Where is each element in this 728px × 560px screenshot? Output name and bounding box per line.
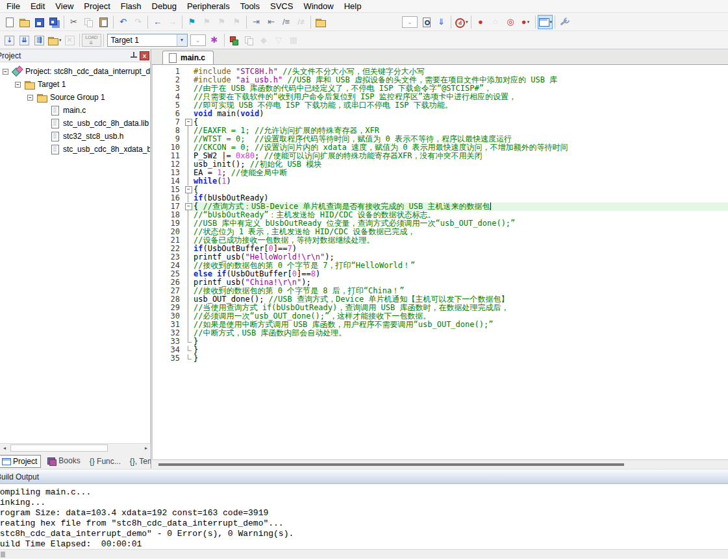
panel-tab-temp[interactable]: {}, Temp...: [126, 455, 151, 468]
fold-marker[interactable]: [184, 329, 192, 337]
code-text[interactable]: //中断方式，USB 库函数内部会自动处理。: [192, 329, 728, 337]
fold-marker[interactable]: [184, 346, 192, 354]
fold-marker[interactable]: [184, 211, 192, 219]
code-text[interactable]: }: [192, 354, 728, 363]
fold-marker[interactable]: [184, 321, 192, 329]
menu-svcs[interactable]: SVCS: [265, 0, 298, 12]
rebuild-all-button[interactable]: ⇶: [32, 33, 47, 47]
fold-marker[interactable]: [184, 236, 192, 245]
save-button[interactable]: [32, 15, 47, 29]
build-output-scrollbar[interactable]: [0, 549, 728, 559]
options-for-target-button[interactable]: ✱: [207, 33, 222, 47]
menu-peripherals[interactable]: Peripherals: [182, 0, 235, 12]
build-button[interactable]: ⇊: [17, 33, 32, 47]
fold-marker[interactable]: [184, 278, 192, 287]
code-line-13[interactable]: 13EA = 1; //使能全局中断: [153, 169, 728, 177]
scroll-right-icon[interactable]: ▸: [142, 444, 151, 452]
fold-marker[interactable]: [184, 228, 192, 236]
target-mini-combo[interactable]: ⌄: [190, 34, 206, 46]
fold-marker[interactable]: [184, 127, 192, 135]
fold-marker[interactable]: [184, 177, 192, 186]
panel-tab-books[interactable]: Books: [42, 454, 84, 468]
menu-flash[interactable]: Flash: [116, 0, 147, 12]
code-line-33[interactable]: 33}: [153, 337, 728, 346]
code-line-35[interactable]: 35}: [153, 354, 728, 363]
tree-expander[interactable]: −: [3, 69, 8, 75]
new-file-button[interactable]: [2, 15, 17, 29]
menu-tools[interactable]: Tools: [235, 0, 265, 12]
insert-bookmark-button[interactable]: ⚑: [184, 15, 199, 29]
fold-marker[interactable]: [184, 337, 192, 346]
scroll-left-icon[interactable]: ◂: [0, 444, 9, 452]
code-line-14[interactable]: 14while(1): [153, 177, 728, 186]
fold-marker[interactable]: [184, 152, 192, 160]
fold-marker[interactable]: [184, 354, 192, 363]
tree-item[interactable]: stc_usb_cdc_8h_xdata_bl: [0, 143, 150, 156]
comment-selection-button[interactable]: /≡: [279, 15, 294, 29]
open-file-button[interactable]: [17, 15, 32, 29]
tree-expander[interactable]: −: [15, 82, 21, 88]
code-text[interactable]: }: [192, 346, 728, 354]
fold-marker[interactable]: [184, 245, 192, 253]
code-text[interactable]: }: [192, 337, 728, 346]
code-text[interactable]: //即可实现 USB 不停电 ISP 下载功能，或串口不停电 ISP 下载功能。: [192, 101, 728, 110]
scroll-thumb[interactable]: [158, 463, 624, 466]
fold-marker[interactable]: [184, 287, 192, 295]
code-line-6[interactable]: 6void main(void): [153, 110, 728, 118]
fold-marker[interactable]: [184, 160, 192, 169]
fold-marker[interactable]: [184, 295, 192, 304]
batch-build-button[interactable]: ▾: [47, 33, 62, 47]
code-text[interactable]: {: [192, 186, 728, 194]
tree-item[interactable]: −Project: stc8h_cdc_data_interrupt_de: [0, 65, 150, 78]
pin-icon[interactable]: [129, 51, 138, 60]
panel-tab-project[interactable]: Project: [0, 455, 41, 468]
fold-marker[interactable]: [184, 143, 192, 152]
quick-search-combo[interactable]: ⌄: [402, 16, 418, 28]
fold-marker[interactable]: [184, 186, 192, 194]
chevron-down-icon[interactable]: ▾: [466, 19, 468, 25]
fold-marker[interactable]: [184, 219, 192, 228]
disable-all-breakpoints-button[interactable]: ◎: [503, 15, 518, 29]
fold-marker[interactable]: [184, 202, 192, 211]
cut-button[interactable]: ✂: [66, 15, 81, 29]
kill-all-breakpoints-button[interactable]: ●▾: [518, 15, 533, 29]
code-line-34[interactable]: 34}: [153, 346, 728, 354]
find-in-files-button[interactable]: [419, 15, 434, 29]
save-all-button[interactable]: [47, 15, 62, 29]
fold-marker[interactable]: [184, 118, 192, 127]
tree-item[interactable]: stc_usb_cdc_8h_data.lib: [0, 117, 150, 130]
tree-item[interactable]: −Target 1: [0, 78, 150, 91]
fold-marker[interactable]: [184, 135, 192, 143]
panel-tab-func[interactable]: {} Func...: [86, 455, 125, 468]
code-editor[interactable]: 1#include "STC8H.h" //头文件不分大小写，但关键字分大小写2…: [152, 65, 728, 459]
code-text[interactable]: void main(void): [192, 110, 728, 118]
menu-help[interactable]: Help: [339, 0, 367, 12]
fold-marker[interactable]: [184, 304, 192, 312]
toggle-breakpoint-button[interactable]: ●: [473, 15, 488, 29]
outdent-button[interactable]: ⇤: [264, 15, 279, 29]
project-horizontal-scrollbar[interactable]: ◂ ▸: [0, 443, 151, 452]
translate-button[interactable]: ⇣: [2, 33, 17, 47]
configuration-wrench-button[interactable]: [557, 15, 572, 29]
menu-debug[interactable]: Debug: [147, 0, 182, 12]
chevron-down-icon[interactable]: ▾: [59, 38, 62, 43]
undo-button[interactable]: ↶: [116, 15, 131, 29]
chevron-down-icon[interactable]: ▾: [177, 34, 187, 46]
menu-file[interactable]: File: [1, 0, 25, 12]
load-button[interactable]: LOAD⇊: [82, 34, 101, 47]
window-layout-button[interactable]: ▾: [538, 15, 553, 29]
code-line-32[interactable]: 32//中断方式，USB 库函数内部会自动处理。: [153, 329, 728, 337]
menu-edit[interactable]: Edit: [25, 0, 50, 12]
fold-marker[interactable]: [184, 270, 192, 278]
tree-item[interactable]: −Source Group 1: [0, 91, 150, 104]
download-button[interactable]: ⇓: [434, 15, 449, 29]
fold-marker[interactable]: [184, 312, 192, 321]
scroll-thumb[interactable]: [10, 444, 108, 452]
tree-item[interactable]: main.c: [0, 104, 150, 117]
menu-window[interactable]: Window: [298, 0, 338, 12]
project-folder-icon[interactable]: [313, 15, 328, 29]
tree-item[interactable]: stc32_stc8_usb.h: [0, 130, 150, 143]
fold-marker[interactable]: [184, 262, 192, 270]
chevron-down-icon[interactable]: ▾: [527, 19, 530, 25]
manage-run-time-environment-button[interactable]: [227, 33, 242, 47]
